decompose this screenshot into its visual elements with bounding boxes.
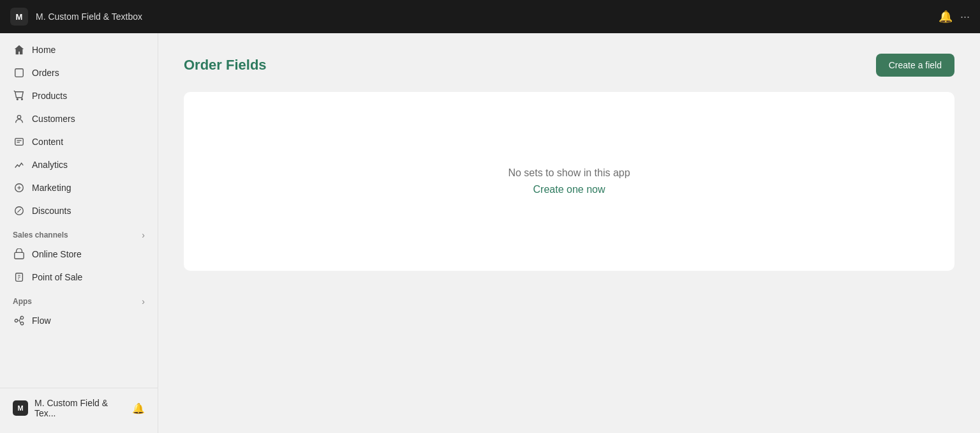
analytics-icon: [13, 158, 26, 171]
active-app-label: M. Custom Field & Tex...: [34, 398, 126, 418]
main-content: Order Fields Create a field No sets to s…: [158, 33, 980, 433]
svg-rect-5: [15, 252, 24, 259]
customers-icon: [13, 112, 26, 125]
sidebar-item-customers[interactable]: Customers: [4, 108, 154, 130]
create-one-now-link[interactable]: Create one now: [533, 184, 605, 195]
app-bell-icon[interactable]: 🔔: [132, 402, 145, 414]
sidebar-item-point-of-sale[interactable]: Point of Sale: [4, 266, 154, 288]
sales-channels-chevron-icon: ›: [142, 230, 145, 240]
marketing-icon: [13, 181, 26, 194]
home-icon: [13, 43, 26, 56]
sidebar-item-marketing[interactable]: Marketing: [4, 177, 154, 199]
empty-state-message: No sets to show in this app: [508, 167, 630, 179]
online-store-icon: [13, 248, 26, 261]
top-bar: M M. Custom Field & Textbox 🔔 ···: [0, 0, 980, 33]
svg-point-1: [17, 116, 20, 119]
sidebar-item-orders[interactable]: Orders: [4, 62, 154, 84]
top-bar-title: M. Custom Field & Textbox: [36, 11, 142, 22]
sidebar-item-content[interactable]: Content: [4, 131, 154, 153]
sidebar-bottom: M M. Custom Field & Tex... 🔔: [0, 388, 158, 428]
bell-icon[interactable]: 🔔: [939, 10, 953, 24]
sidebar-item-online-store[interactable]: Online Store: [4, 243, 154, 265]
page-header: Order Fields Create a field: [184, 54, 954, 77]
sidebar-item-discounts[interactable]: Discounts: [4, 200, 154, 222]
active-app-item[interactable]: M M. Custom Field & Tex... 🔔: [4, 393, 154, 423]
layout: Home Orders Products Customers Content: [0, 33, 980, 433]
sidebar-item-analytics[interactable]: Analytics: [4, 154, 154, 176]
apps-label: Apps: [13, 297, 32, 306]
sales-channels-section[interactable]: Sales channels ›: [0, 225, 158, 243]
more-options-icon[interactable]: ···: [960, 10, 970, 24]
svg-rect-2: [15, 139, 24, 146]
sidebar: Home Orders Products Customers Content: [0, 33, 158, 433]
top-bar-avatar: M: [10, 8, 28, 26]
top-bar-actions: 🔔 ···: [939, 10, 970, 24]
sidebar-item-home[interactable]: Home: [4, 39, 154, 61]
empty-state-card: No sets to show in this app Create one n…: [184, 92, 954, 271]
discounts-icon: [13, 204, 26, 217]
create-field-button[interactable]: Create a field: [876, 54, 954, 77]
svg-point-8: [20, 316, 24, 319]
svg-point-9: [20, 322, 24, 325]
sidebar-item-flow[interactable]: Flow: [4, 310, 154, 331]
apps-chevron-icon: ›: [142, 296, 145, 307]
app-avatar: M: [13, 400, 28, 416]
svg-rect-0: [15, 69, 24, 77]
sidebar-item-products[interactable]: Products: [4, 85, 154, 107]
content-icon: [13, 135, 26, 148]
apps-section[interactable]: Apps ›: [0, 291, 158, 309]
flow-icon: [13, 314, 26, 327]
svg-point-7: [15, 319, 18, 323]
page-title: Order Fields: [184, 57, 267, 73]
pos-icon: [13, 271, 26, 284]
products-icon: [13, 89, 26, 102]
orders-icon: [13, 66, 26, 79]
sales-channels-label: Sales channels: [13, 231, 68, 239]
